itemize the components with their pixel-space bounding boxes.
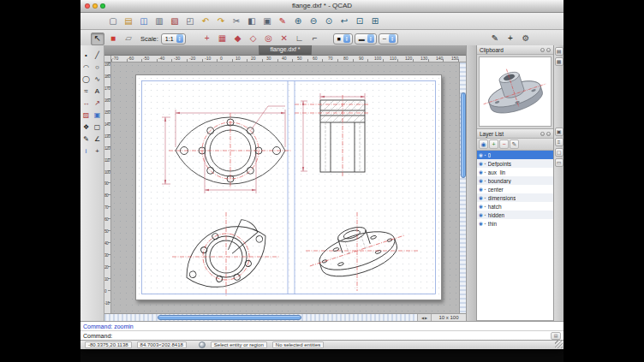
layer-visible-icon[interactable]: ◉ xyxy=(479,161,483,166)
open-file-button[interactable]: ▤ xyxy=(122,15,135,27)
block-list-toggle-button[interactable]: ▢ xyxy=(555,148,564,157)
panel-close-button[interactable] xyxy=(546,132,551,136)
scroll-arrows[interactable]: ◀▶ xyxy=(417,314,431,321)
horizontal-scrollbar[interactable] xyxy=(104,314,417,321)
layer-lock-icon[interactable]: ▪ xyxy=(485,152,486,157)
image-tool-button[interactable]: ▣ xyxy=(92,110,103,121)
zoom-out-button[interactable]: ⊖ xyxy=(307,15,320,27)
restrict-orthogonal-button[interactable]: ∟ xyxy=(293,33,307,45)
text-tool-button[interactable]: A xyxy=(92,86,103,97)
undo-button[interactable]: ↶ xyxy=(199,15,212,27)
selection-pointer-button[interactable]: ↖ xyxy=(91,33,104,45)
layer-lock-icon[interactable]: ▪ xyxy=(485,221,486,226)
panel-float-button[interactable] xyxy=(540,48,545,52)
scroll-right-icon[interactable]: ▶ xyxy=(425,316,427,320)
draw-pen-button[interactable]: ✎ xyxy=(276,15,289,27)
lineweight-combo[interactable]: ▬▴▾ xyxy=(355,33,377,45)
linetype-combo[interactable]: ┄▴▾ xyxy=(379,33,398,45)
print-preview-button[interactable]: ◰ xyxy=(183,15,197,27)
layer-row-hidden[interactable]: ◉▪hidden xyxy=(477,211,553,219)
scale-combo[interactable]: 1:1 ▴▾ xyxy=(161,33,186,45)
erase-button[interactable]: ▱ xyxy=(122,33,135,45)
zoom-auto-button[interactable]: ⊙ xyxy=(322,15,336,27)
preferences-button[interactable]: ⚙ xyxy=(519,33,533,45)
snap-grid-button[interactable]: ▦ xyxy=(216,33,230,45)
pen-settings-button[interactable]: ✎ xyxy=(488,33,502,45)
panel-close-button[interactable] xyxy=(546,48,551,52)
property-editor-toggle-button[interactable]: ▤ xyxy=(555,47,564,56)
deselect-button[interactable]: ■ xyxy=(106,33,120,45)
snap-middle-button[interactable]: ◇ xyxy=(247,33,260,45)
layer-visible-icon[interactable]: ◉ xyxy=(479,212,483,217)
zoom-pan-button[interactable]: ⊞ xyxy=(368,15,382,27)
layer-row-Defpoints[interactable]: ◉▪Defpoints xyxy=(477,159,553,168)
layer-lock-icon[interactable]: ▪ xyxy=(485,204,486,209)
dimension-tool-button[interactable]: ↔ xyxy=(80,98,92,109)
layer-lock-icon[interactable]: ▪ xyxy=(485,178,486,183)
layer-visible-icon[interactable]: ◉ xyxy=(479,169,483,175)
leader-tool-button[interactable]: ↗ xyxy=(92,98,103,109)
title-bar[interactable]: flange.dxf * - QCAD xyxy=(80,0,564,13)
layer-lock-icon[interactable]: ▪ xyxy=(485,169,486,175)
layer-row-0[interactable]: ◉▪0 xyxy=(477,151,553,159)
dock-splitter[interactable] xyxy=(466,45,476,321)
panel-float-button[interactable] xyxy=(540,132,545,136)
vertical-scrollbar[interactable] xyxy=(459,62,466,313)
print-button[interactable]: ▥ xyxy=(152,15,166,27)
window-resize-grip[interactable] xyxy=(555,341,563,348)
layer-visible-icon[interactable]: ◉ xyxy=(479,221,483,226)
layer-row-aux_lin[interactable]: ◉▪aux_lin xyxy=(477,168,553,176)
save-file-button[interactable]: ◫ xyxy=(137,15,151,27)
vertical-scrollbar-thumb[interactable] xyxy=(461,92,466,178)
layer-visible-icon[interactable]: ◉ xyxy=(479,195,483,200)
layer-lock-icon[interactable]: ▪ xyxy=(485,161,486,166)
close-button[interactable] xyxy=(85,3,90,9)
zoom-window-button[interactable]: ⊡ xyxy=(353,15,367,27)
snap-endpoint-button[interactable]: ◆ xyxy=(231,33,245,45)
layer-lock-icon[interactable]: ▪ xyxy=(485,212,486,217)
crosshair-button[interactable]: + xyxy=(504,33,517,45)
layer-list-toggle-button[interactable]: ≡ xyxy=(555,138,564,146)
cut-button[interactable]: ✂ xyxy=(230,15,243,27)
drawing-canvas[interactable] xyxy=(111,62,459,313)
document-tab[interactable]: flange.dxf * xyxy=(259,45,311,55)
snap-center-button[interactable]: ◎ xyxy=(262,33,276,45)
modify-tool-button[interactable]: ✎ xyxy=(80,134,92,145)
snap-free-button[interactable]: + xyxy=(200,33,214,45)
circle-tool-button[interactable]: ○ xyxy=(92,62,103,73)
spline-tool-button[interactable]: ∿ xyxy=(92,74,103,85)
minimize-button[interactable] xyxy=(92,3,98,9)
layer-lock-icon[interactable]: ▪ xyxy=(485,187,486,192)
polyline-tool-button[interactable]: ≈ xyxy=(80,86,92,97)
command-options-button[interactable]: ▤ xyxy=(551,332,561,340)
new-file-button[interactable]: ▢ xyxy=(106,15,120,27)
measure-tool-button[interactable]: ∠ xyxy=(92,134,103,145)
layer-visible-icon[interactable]: ◉ xyxy=(479,152,483,157)
command-line-toggle-button[interactable]: ▭ xyxy=(555,158,564,167)
layer-visible-icon[interactable]: ◉ xyxy=(479,204,483,209)
info-tool-button[interactable]: i xyxy=(80,145,92,157)
add-layer-button[interactable]: + xyxy=(489,139,498,149)
redo-button[interactable]: ↷ xyxy=(214,15,228,27)
library-browser-toggle-button[interactable]: ▦ xyxy=(555,57,564,66)
layer-row-boundary[interactable]: ◉▪boundary xyxy=(477,176,553,185)
paste-button[interactable]: ▣ xyxy=(260,15,274,27)
layer-visible-icon[interactable]: ◉ xyxy=(479,178,483,183)
clipboard-panel-toggle-button[interactable]: ▣ xyxy=(555,128,564,136)
block-tool-button[interactable]: ❖ xyxy=(80,122,92,133)
arc-tool-button[interactable]: ◠ xyxy=(80,62,92,73)
remove-layer-button[interactable]: − xyxy=(499,139,509,149)
snap-intersection-button[interactable]: ✕ xyxy=(277,33,291,45)
layer-row-hatch[interactable]: ◉▪hatch xyxy=(477,202,553,211)
layer-row-thin[interactable]: ◉▪thin xyxy=(477,219,553,228)
layer-row-center[interactable]: ◉▪center xyxy=(477,185,553,193)
scroll-left-icon[interactable]: ◀ xyxy=(421,316,424,320)
edit-layer-button[interactable]: ✎ xyxy=(510,139,519,149)
construction-tool-button[interactable]: + xyxy=(92,145,103,157)
copy-button[interactable]: ◧ xyxy=(245,15,259,27)
zoom-in-button[interactable]: ⊕ xyxy=(291,15,305,27)
export-pdf-button[interactable]: ▧ xyxy=(168,15,182,27)
layer-visible-icon[interactable]: ◉ xyxy=(479,187,483,192)
zoom-button[interactable] xyxy=(100,3,105,9)
layer-row-dimensions[interactable]: ◉▪dimensions xyxy=(477,193,553,202)
